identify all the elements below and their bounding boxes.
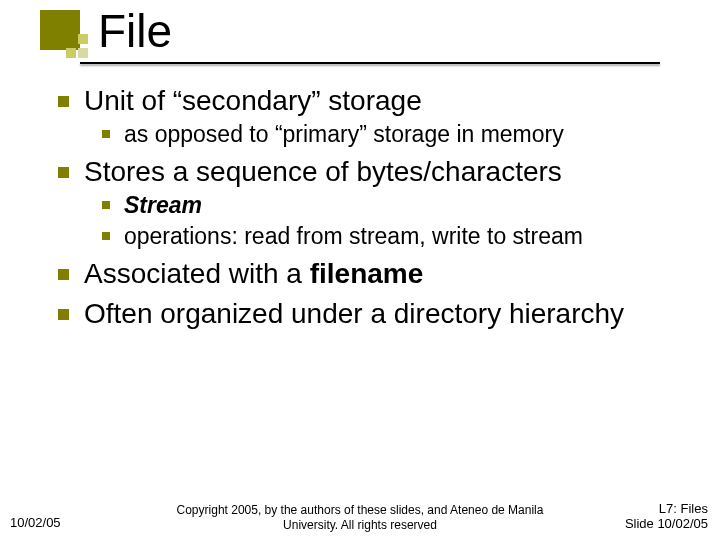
title-underline	[80, 62, 660, 64]
bullet-2: Stores a sequence of bytes/characters	[50, 155, 690, 189]
bullet-3-prefix: Associated with a	[84, 258, 310, 289]
bullet-1-1: as opposed to “primary” storage in memor…	[96, 120, 690, 149]
slide-footer: 10/02/05 Copyright 2005, by the authors …	[0, 494, 720, 532]
footer-date: 10/02/05	[10, 515, 61, 530]
footer-slide-number: Slide 10/02/05	[625, 516, 708, 532]
footer-lecture: L7: Files	[625, 501, 708, 517]
bullet-2-1-emph: Stream	[124, 192, 202, 218]
slide-title: File	[98, 4, 172, 58]
bullet-3: Associated with a filename	[50, 257, 690, 291]
bullet-3-bold: filename	[310, 258, 424, 289]
bullet-2-1: Stream	[96, 191, 690, 220]
bullet-2-2: operations: read from stream, write to s…	[96, 222, 690, 251]
footer-copyright: Copyright 2005, by the authors of these …	[170, 503, 550, 532]
slide: File Unit of “secondary” storage as oppo…	[0, 0, 720, 540]
bullet-1: Unit of “secondary” storage	[50, 84, 690, 118]
title-ornament	[40, 10, 86, 56]
footer-right: L7: Files Slide 10/02/05	[625, 501, 708, 532]
slide-body: Unit of “secondary” storage as opposed t…	[50, 78, 690, 333]
bullet-4: Often organized under a directory hierar…	[50, 297, 690, 331]
